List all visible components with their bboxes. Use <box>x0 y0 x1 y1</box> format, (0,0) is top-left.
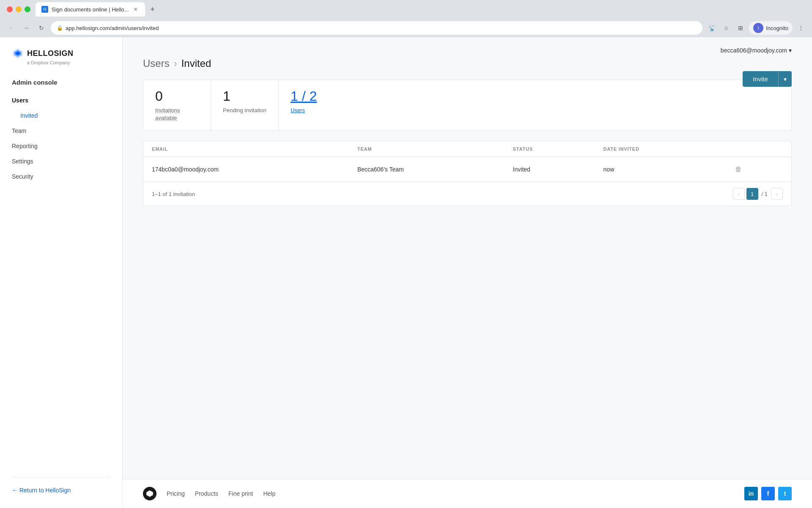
table-container: EMAIL TEAM STATUS DATE INVITED 174bc0a0@… <box>143 141 792 206</box>
active-tab[interactable]: H Sign documents online | Hello... ✕ <box>36 2 145 17</box>
return-to-hellosign-link[interactable]: ← Return to HelloSign <box>0 483 122 498</box>
current-page-button[interactable]: 1 <box>746 188 758 200</box>
admin-console-label: Admin console <box>0 74 122 93</box>
table-header: EMAIL TEAM STATUS DATE INVITED <box>143 141 791 157</box>
breadcrumb-separator: › <box>174 58 177 69</box>
footer-link-help[interactable]: Help <box>263 490 275 497</box>
invite-dropdown-button[interactable]: ▾ <box>778 71 792 87</box>
footer-right: in f t <box>744 487 792 500</box>
stat-number-users: 1 / 2 <box>291 88 335 104</box>
stats-row: 0 Invitations available 1 Pending invita… <box>143 80 792 131</box>
bookmark-button[interactable]: ☆ <box>720 22 732 34</box>
breadcrumb: Users › Invited <box>143 58 211 69</box>
col-team: TEAM <box>349 141 505 157</box>
browser-chrome: H Sign documents online | Hello... ✕ + ←… <box>0 0 812 37</box>
cell-actions: 🗑 <box>725 157 791 182</box>
stat-label-invitations: Invitations available <box>155 107 199 122</box>
forward-button[interactable]: → <box>20 22 32 34</box>
col-email: EMAIL <box>143 141 349 157</box>
delete-invitation-button[interactable]: 🗑 <box>733 164 743 175</box>
sidebar-logo: HELLOSIGN a Dropbox Company <box>0 47 122 74</box>
reload-button[interactable]: ↻ <box>36 22 47 34</box>
stat-number-invitations: 0 <box>155 88 199 104</box>
cast-button[interactable]: 📡 <box>706 22 718 34</box>
top-user-email-text: becca606@moodjoy.com <box>721 47 787 54</box>
twitter-button[interactable]: t <box>778 487 792 500</box>
traffic-lights <box>7 6 30 12</box>
app-layout: HELLOSIGN a Dropbox Company Admin consol… <box>0 37 812 508</box>
tab-close-button[interactable]: ✕ <box>132 6 139 13</box>
footer-link-products[interactable]: Products <box>195 490 218 497</box>
sidebar-item-users[interactable]: Users <box>0 93 122 108</box>
browser-titlebar: H Sign documents online | Hello... ✕ + <box>0 0 812 19</box>
nav-divider <box>12 477 110 478</box>
stat-card-users[interactable]: 1 / 2 Users <box>279 80 346 130</box>
back-button[interactable]: ← <box>5 22 17 34</box>
cell-status: Invited <box>505 157 595 182</box>
logo-subtitle: a Dropbox Company <box>12 60 110 65</box>
stat-label-users: Users <box>291 107 335 114</box>
linkedin-button[interactable]: in <box>744 487 758 500</box>
top-user-email[interactable]: becca606@moodjoy.com ▾ <box>721 47 792 54</box>
user-avatar: I <box>753 23 763 33</box>
pagination-summary: 1–1 of 1 invitation <box>152 191 195 197</box>
tab-title: Sign documents online | Hello... <box>52 6 129 13</box>
col-status: STATUS <box>505 141 595 157</box>
stat-number-pending: 1 <box>223 88 266 104</box>
top-user-email-chevron: ▾ <box>789 47 792 54</box>
sidebar-item-security[interactable]: Security <box>0 169 122 184</box>
invite-button-group: Invite ▾ <box>743 71 792 87</box>
cell-date-invited: now <box>595 157 725 182</box>
table-header-row: EMAIL TEAM STATUS DATE INVITED <box>143 141 791 157</box>
col-date-invited: DATE INVITED <box>595 141 725 157</box>
pagination-row: 1–1 of 1 invitation ‹ 1 / 1 › <box>143 182 791 206</box>
breadcrumb-parent: Users <box>143 58 170 69</box>
sidebar-item-settings[interactable]: Settings <box>0 154 122 169</box>
address-bar[interactable]: 🔒 app.hellosign.com/admin/users/invited <box>51 21 702 35</box>
toolbar-actions: 📡 ☆ ⊞ I Incognito ⋮ <box>706 21 807 35</box>
table-body: 174bc0a0@moodjoy.com Becca606's Team Inv… <box>143 157 791 182</box>
logo-text: HELLOSIGN <box>27 49 74 58</box>
hellosign-logo-icon <box>12 47 24 59</box>
lock-icon: 🔒 <box>57 25 63 31</box>
footer-link-fine-print[interactable]: Fine print <box>228 490 253 497</box>
svg-marker-3 <box>146 490 153 497</box>
footer-link-pricing[interactable]: Pricing <box>167 490 185 497</box>
cell-email: 174bc0a0@moodjoy.com <box>143 157 349 182</box>
close-window-button[interactable] <box>7 6 13 12</box>
total-pages: / 1 <box>760 191 769 197</box>
invitations-available-label: Invitations available <box>155 107 180 121</box>
minimize-window-button[interactable] <box>16 6 22 12</box>
extensions-button[interactable]: ⊞ <box>735 22 746 34</box>
user-menu-label: Incognito <box>766 25 788 31</box>
prev-page-button[interactable]: ‹ <box>733 188 745 200</box>
cell-team: Becca606's Team <box>349 157 505 182</box>
maximize-window-button[interactable] <box>25 6 30 12</box>
stat-card-pending: 1 Pending invitation <box>211 80 279 130</box>
users-table: EMAIL TEAM STATUS DATE INVITED 174bc0a0@… <box>143 141 791 182</box>
sidebar-item-reporting[interactable]: Reporting <box>0 138 122 154</box>
footer-left: Pricing Products Fine print Help <box>143 487 275 500</box>
nav-section: Users Invited Team Reporting Settings Se… <box>0 93 122 472</box>
sidebar-item-team[interactable]: Team <box>0 123 122 138</box>
facebook-button[interactable]: f <box>761 487 775 500</box>
pagination-controls: ‹ 1 / 1 › <box>733 188 783 200</box>
new-tab-button[interactable]: + <box>147 3 159 15</box>
tab-favicon: H <box>41 6 48 13</box>
table-row: 174bc0a0@moodjoy.com Becca606's Team Inv… <box>143 157 791 182</box>
invite-button[interactable]: Invite <box>743 71 778 87</box>
stat-card-invitations-available: 0 Invitations available <box>143 80 211 130</box>
browser-toolbar: ← → ↻ 🔒 app.hellosign.com/admin/users/in… <box>0 19 812 37</box>
stat-label-pending: Pending invitation <box>223 107 266 114</box>
user-menu-button[interactable]: I Incognito <box>749 21 793 35</box>
content-header: Users › Invited Invite ▾ <box>123 37 812 80</box>
url-text: app.hellosign.com/admin/users/invited <box>66 25 159 31</box>
breadcrumb-current: Invited <box>181 58 211 69</box>
sidebar: HELLOSIGN a Dropbox Company Admin consol… <box>0 37 123 508</box>
next-page-button[interactable]: › <box>771 188 783 200</box>
sidebar-item-invited[interactable]: Invited <box>0 108 122 123</box>
col-actions <box>725 141 791 157</box>
menu-button[interactable]: ⋮ <box>795 22 807 34</box>
main-content: Users › Invited Invite ▾ 0 Invitations a… <box>123 37 812 508</box>
tab-bar: H Sign documents online | Hello... ✕ + <box>36 2 805 17</box>
